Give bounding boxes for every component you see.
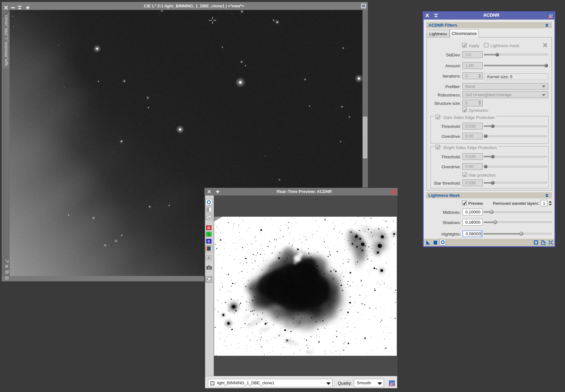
svg-text:light_BINNING_1_DBE_clone1: light_BINNING_1_DBE_clone1 [4, 15, 8, 66]
